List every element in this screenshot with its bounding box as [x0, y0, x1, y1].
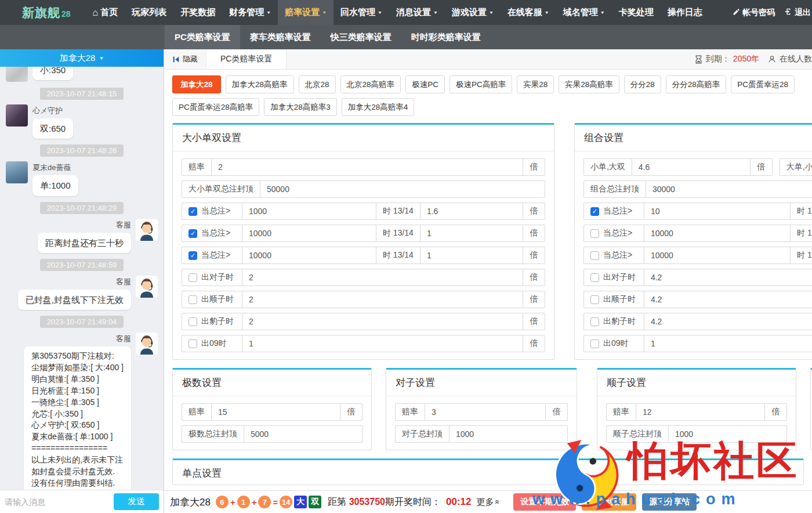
menu-item-5[interactable]: 回水管理▼ [334, 0, 389, 25]
bottom-action-button-0[interactable]: 设置本期无效 [513, 493, 576, 511]
submenu-item-3[interactable]: 时时彩类赔率设置 [401, 25, 491, 49]
game-tab-6[interactable]: 宾果28 [517, 75, 554, 93]
hide-sidebar-button[interactable]: 隐藏 [164, 49, 206, 69]
big-small-badge: 大 [294, 496, 307, 508]
row-checkbox[interactable]: ✓ [188, 273, 197, 282]
menu-item-8[interactable]: 在线客服▼ [501, 0, 556, 25]
game-tab-bar: 加拿大28加拿大28高赔率北京28北京28高赔率极速PC极速PC高赔率宾果28宾… [171, 70, 812, 116]
game-tab-4[interactable]: 极速PC [405, 75, 445, 93]
chevron-up-icon: « [493, 500, 502, 504]
game-tab-2[interactable]: 北京28 [299, 75, 336, 93]
navbar-action-logout[interactable]: 退出 [784, 8, 811, 18]
special-case-condition: ✓出豹子时 [584, 313, 644, 330]
threshold-amount-input[interactable] [242, 247, 376, 263]
game-tab-8[interactable]: 分分28 [624, 75, 661, 93]
threshold-amount-input[interactable] [242, 225, 376, 241]
row-checkbox[interactable]: ✓ [188, 229, 197, 238]
special-case-odds-input[interactable] [644, 269, 812, 286]
row-value-input[interactable] [425, 404, 545, 420]
menu-item-11[interactable]: 操作日志 [661, 0, 709, 25]
threshold-amount-input[interactable] [644, 247, 790, 263]
row-value-input[interactable] [260, 181, 545, 197]
menu-item-3[interactable]: 财务管理▼ [222, 0, 278, 25]
menu-item-label: 卡奖处理 [619, 7, 654, 18]
row-checkbox[interactable]: ✓ [590, 339, 599, 348]
submenu-item-1[interactable]: 赛车类赔率设置 [240, 25, 321, 49]
chevron-down-icon: ▼ [600, 10, 605, 15]
open-page-tab[interactable]: PC类赔率设置 [206, 49, 287, 69]
game-tab-3[interactable]: 北京28高赔率 [340, 75, 401, 93]
row-value-input[interactable] [449, 426, 567, 442]
threshold-odds-input[interactable] [420, 225, 523, 241]
game-tab-0[interactable]: 加拿大28 [172, 75, 221, 93]
threshold-amount-input[interactable] [644, 203, 790, 219]
row-label: 当总注> [201, 228, 230, 239]
row-value-input[interactable] [646, 181, 812, 197]
send-button[interactable]: 发送 [114, 493, 159, 510]
row-checkbox[interactable]: ✓ [590, 317, 599, 326]
online-users-label[interactable]: 在线人数 [780, 54, 812, 64]
special-case-odds-input[interactable] [644, 313, 812, 330]
game-tab-11[interactable]: PC蛋蛋幸运28高赔率 [172, 98, 259, 116]
menu-item-1[interactable]: 玩家列表 [125, 0, 173, 25]
row-checkbox[interactable]: ✓ [590, 273, 599, 282]
threshold-amount-input[interactable] [644, 225, 790, 241]
game-tab-13[interactable]: 加拿大28高赔率4 [342, 98, 415, 116]
row-value-input[interactable] [244, 426, 362, 442]
unit-label: 倍 [523, 203, 545, 219]
game-tab-5[interactable]: 极速PC高赔率 [449, 75, 512, 93]
menu-item-10[interactable]: 卡奖处理 [612, 0, 661, 25]
chevron-down-icon: ▼ [266, 10, 271, 15]
more-button[interactable]: 更多 « [476, 497, 500, 508]
threshold-odds-input[interactable] [420, 247, 523, 263]
special-case-odds-input[interactable] [242, 313, 523, 330]
row-checkbox[interactable]: ✓ [590, 295, 599, 304]
bottom-action-button-2[interactable]: 源码分享站 [642, 493, 697, 511]
chat-room-selector[interactable]: 加拿大28 ▼ [0, 49, 164, 67]
menu-item-7[interactable]: 游戏设置▼ [445, 0, 501, 25]
row-checkbox[interactable]: ✓ [590, 207, 599, 216]
game-tab-12[interactable]: 加拿大28高赔率3 [264, 98, 337, 116]
special-case-odds-input[interactable] [242, 335, 523, 352]
row-checkbox[interactable]: ✓ [188, 295, 197, 304]
row-checkbox[interactable]: ✓ [188, 207, 197, 216]
row-checkbox[interactable]: ✓ [188, 317, 197, 326]
submenu-item-0[interactable]: PC类赔率设置 [165, 25, 240, 49]
menu-item-2[interactable]: 开奖数据 [173, 0, 222, 25]
row-checkbox[interactable]: ✓ [188, 251, 197, 260]
row-value-input[interactable] [669, 426, 786, 442]
row-value-input[interactable] [212, 159, 523, 175]
countdown-timer: 00:12 [446, 496, 471, 508]
special-case-odds-input[interactable] [242, 269, 523, 286]
game-tab-10[interactable]: PC蛋蛋幸运28 [731, 75, 795, 93]
row-label: 出09时 [201, 338, 227, 349]
result-sum-ball: 14 [280, 496, 292, 508]
special-case-odds-input[interactable] [242, 291, 523, 308]
chat-message-input[interactable] [5, 497, 109, 507]
menu-item-4[interactable]: 赔率设置▼ [278, 0, 334, 25]
menu-item-9[interactable]: 域名管理▼ [556, 0, 612, 25]
game-tab-1[interactable]: 加拿大28高赔率 [226, 75, 294, 93]
navbar-action-account-password[interactable]: 帐号密码 [733, 8, 775, 18]
special-case-odds-input[interactable] [644, 335, 812, 352]
row-checkbox[interactable]: ✓ [590, 251, 599, 260]
threshold-when-label: 时 13/14 [376, 225, 420, 241]
chat-message-list[interactable]: 小:3502023-10-07 21:48:15心メ守护双:6502023-10… [0, 67, 164, 490]
row-value-input[interactable] [632, 159, 750, 175]
bottom-action-button-1[interactable]: 分享到客服 [582, 493, 636, 511]
menu-item-label: 开奖数据 [180, 7, 215, 18]
game-tab-7[interactable]: 宾果28高赔率 [559, 75, 619, 93]
game-tab-9[interactable]: 分分28高赔率 [666, 75, 727, 93]
threshold-odds-input[interactable] [420, 203, 523, 219]
menu-item-0[interactable]: ⌂首页 [86, 0, 125, 25]
special-case-odds-input[interactable] [644, 291, 812, 308]
submenu-item-2[interactable]: 快三类赔率设置 [321, 25, 401, 49]
navbar-right: 帐号密码退出 [733, 8, 812, 18]
chat-sender-name: 夏末de蔷薇 [32, 162, 71, 173]
threshold-amount-input[interactable] [242, 203, 376, 219]
menu-item-6[interactable]: 消息设置▼ [389, 0, 445, 25]
row-value-input[interactable] [212, 404, 340, 420]
row-checkbox[interactable]: ✓ [590, 229, 599, 238]
row-value-input[interactable] [636, 404, 764, 420]
row-checkbox[interactable]: ✓ [188, 339, 197, 348]
